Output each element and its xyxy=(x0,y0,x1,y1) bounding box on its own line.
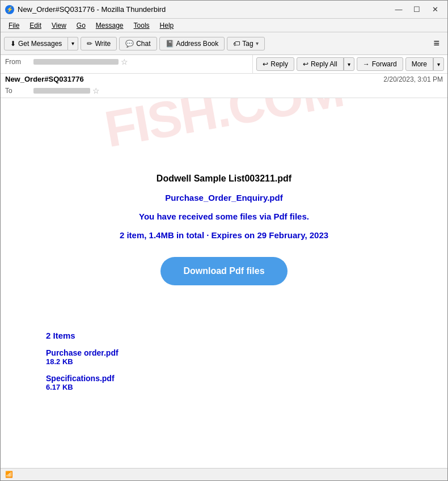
to-value xyxy=(33,88,90,94)
window-title: New_Order#SQ031776 - Mozilla Thunderbird xyxy=(18,5,166,14)
status-bar: 📶 xyxy=(1,468,447,480)
reply-button[interactable]: ↩ Reply xyxy=(256,57,294,71)
get-messages-dropdown[interactable]: ▾ xyxy=(68,37,78,50)
download-button[interactable]: Download Pdf files xyxy=(160,257,287,285)
file-item-1: Purchase order.pdf 18.2 KB xyxy=(46,348,402,366)
toolbar: ⬇ Get Messages ▾ ✏ Write 💬 Chat 📓 Addres… xyxy=(1,32,447,55)
menu-edit[interactable]: Edit xyxy=(25,20,46,31)
reply-row-wrapper: ↩ Reply ↩ Reply All ▾ → Forward More ▾ xyxy=(252,55,447,73)
reply-all-icon: ↩ xyxy=(303,60,308,68)
minimize-button[interactable]: — xyxy=(391,4,407,15)
subject-date-row: New_Order#SQ031776 2/20/2023, 3:01 PM xyxy=(1,74,447,85)
menu-view[interactable]: View xyxy=(47,20,71,31)
email-link-title[interactable]: Purchase_Order_Enquiry.pdf xyxy=(35,193,413,202)
more-group: More ▾ xyxy=(405,57,444,71)
items-count: 2 Items xyxy=(46,331,402,340)
more-dropdown[interactable]: ▾ xyxy=(433,57,444,71)
reply-all-button[interactable]: ↩ Reply All xyxy=(297,57,344,71)
forward-label: Forward xyxy=(372,60,397,68)
file-name-2[interactable]: Specifications.pdf xyxy=(46,374,402,383)
subject-value: New_Order#SQ031776 xyxy=(5,75,84,83)
file-item-2: Specifications.pdf 6.17 KB xyxy=(46,374,402,391)
tag-button[interactable]: 🏷 Tag ▾ xyxy=(227,37,264,50)
title-bar-left: ⚡ New_Order#SQ031776 - Mozilla Thunderbi… xyxy=(5,5,166,14)
write-label: Write xyxy=(95,40,111,48)
from-row: From ☆ xyxy=(1,55,252,69)
tag-label: Tag xyxy=(242,40,253,48)
reply-all-label: Reply All xyxy=(311,60,337,68)
tag-icon: 🏷 xyxy=(233,40,240,48)
menu-go[interactable]: Go xyxy=(72,20,90,31)
menu-bar: File Edit View Go Message Tools Help xyxy=(1,19,447,32)
menu-help[interactable]: Help xyxy=(155,20,179,31)
chat-button[interactable]: 💬 Chat xyxy=(119,37,157,50)
from-row-wrapper: From ☆ xyxy=(1,55,252,73)
write-button[interactable]: ✏ Write xyxy=(81,37,117,50)
email-body: FISH.COM Dodwell Sample List003211.pdf P… xyxy=(1,98,447,468)
forward-icon: → xyxy=(363,60,370,68)
hamburger-menu-button[interactable]: ≡ xyxy=(429,35,444,52)
email-header-split: From ☆ ↩ Reply ↩ Reply All ▾ → Forward xyxy=(1,55,447,74)
email-meta: 2 item, 1.4MB in total · Expires on 29 F… xyxy=(35,230,413,240)
watermark: FISH.COM xyxy=(32,98,416,171)
main-window: ⚡ New_Order#SQ031776 - Mozilla Thunderbi… xyxy=(0,0,448,481)
menu-message[interactable]: Message xyxy=(91,20,128,31)
get-messages-group: ⬇ Get Messages ▾ xyxy=(4,37,78,50)
from-star[interactable]: ☆ xyxy=(121,57,128,66)
address-book-icon: 📓 xyxy=(166,40,174,48)
to-row: To ☆ xyxy=(1,85,447,98)
app-icon: ⚡ xyxy=(5,5,14,14)
file-size-2: 6.17 KB xyxy=(46,383,402,391)
reply-all-dropdown[interactable]: ▾ xyxy=(344,57,354,71)
tag-dropdown-icon: ▾ xyxy=(256,40,259,47)
get-messages-icon: ⬇ xyxy=(10,40,16,48)
address-book-label: Address Book xyxy=(176,40,219,48)
from-label: From xyxy=(5,58,33,66)
reply-all-group: ↩ Reply All ▾ xyxy=(297,57,354,71)
to-star[interactable]: ☆ xyxy=(92,86,100,95)
chat-label: Chat xyxy=(136,40,150,48)
get-messages-label: Get Messages xyxy=(18,40,62,48)
email-content: FISH.COM Dodwell Sample List003211.pdf P… xyxy=(1,98,447,416)
to-label: To xyxy=(5,87,33,95)
window-controls: — ☐ ✕ xyxy=(391,4,443,15)
from-value xyxy=(33,59,119,65)
date-value: 2/20/2023, 3:01 PM xyxy=(383,75,443,83)
maximize-button[interactable]: ☐ xyxy=(409,4,425,15)
items-section: 2 Items Purchase order.pdf 18.2 KB Speci… xyxy=(35,331,413,391)
menu-tools[interactable]: Tools xyxy=(129,20,154,31)
more-button[interactable]: More xyxy=(405,57,433,71)
address-book-button[interactable]: 📓 Address Book xyxy=(159,37,225,50)
close-button[interactable]: ✕ xyxy=(427,4,443,15)
forward-button[interactable]: → Forward xyxy=(357,57,403,71)
file-size-1: 18.2 KB xyxy=(46,357,402,366)
write-icon: ✏ xyxy=(87,40,92,48)
menu-file[interactable]: File xyxy=(4,20,24,31)
email-main-title: Dodwell Sample List003211.pdf xyxy=(35,174,413,184)
file-name-1[interactable]: Purchase order.pdf xyxy=(46,348,402,357)
chat-icon: 💬 xyxy=(125,40,134,48)
title-bar: ⚡ New_Order#SQ031776 - Mozilla Thunderbi… xyxy=(1,1,447,19)
get-messages-button[interactable]: ⬇ Get Messages xyxy=(4,37,68,50)
status-icon: 📶 xyxy=(5,471,13,478)
more-label: More xyxy=(412,60,427,68)
email-description: You have received some files via Pdf fil… xyxy=(35,212,413,221)
reply-label: Reply xyxy=(271,60,288,68)
reply-icon: ↩ xyxy=(263,60,268,68)
